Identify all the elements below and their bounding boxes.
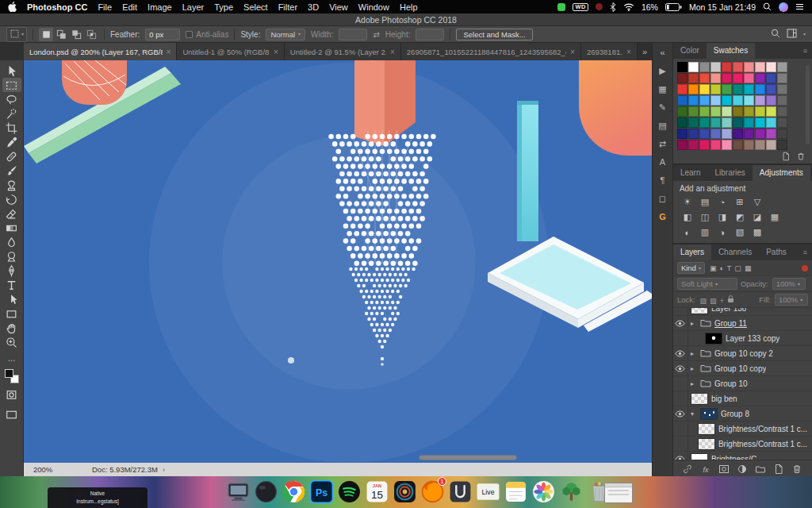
color-swatch[interactable] <box>777 95 787 106</box>
color-swatch[interactable] <box>755 117 765 128</box>
color-swatch[interactable] <box>722 117 732 128</box>
lock-pixels-icon[interactable]: ▧ <box>708 297 718 305</box>
collapse-panels-icon[interactable]: « <box>660 48 665 57</box>
color-swatch[interactable] <box>733 95 743 106</box>
exposure-adjustment-icon[interactable]: ⊞ <box>732 195 748 209</box>
spotlight-icon[interactable] <box>763 2 772 11</box>
color-swatch[interactable] <box>699 62 710 72</box>
color-swatch[interactable] <box>755 106 765 117</box>
menu-window[interactable]: Window <box>358 2 389 12</box>
color-swatch[interactable] <box>766 140 776 150</box>
eye-toggle-empty[interactable] <box>673 376 688 391</box>
chevron-right-icon[interactable]: ▸ <box>691 350 697 357</box>
black-white-adjustment-icon[interactable]: ◨ <box>714 210 730 224</box>
history-panel-icon[interactable]: ⇄ <box>659 140 666 148</box>
width-input[interactable] <box>339 29 367 40</box>
eye-toggle-empty[interactable] <box>673 421 688 437</box>
filter-type-layers-icon[interactable]: T <box>726 264 733 272</box>
color-swatch[interactable] <box>722 62 732 72</box>
layer-thumbnail[interactable] <box>705 333 722 344</box>
swap-dimensions-icon[interactable]: ⇄ <box>373 30 379 39</box>
menu-filter[interactable]: Filter <box>278 2 297 12</box>
color-swatch[interactable] <box>699 129 710 139</box>
foreground-background-swatches[interactable] <box>5 369 19 383</box>
menu-image[interactable]: Image <box>147 2 172 12</box>
layer-row[interactable]: big ben <box>673 391 812 406</box>
paragraph-panel-icon[interactable]: ¶ <box>660 176 665 185</box>
panel-menu-icon[interactable]: ≡ <box>799 244 812 260</box>
selection-mode-subtract[interactable] <box>69 28 83 41</box>
chevron-right-icon[interactable]: ▸ <box>691 380 697 387</box>
lock-position-icon[interactable]: + <box>718 297 726 305</box>
libraries-panel-icon[interactable]: ◻ <box>659 194 666 203</box>
chevron-right-icon[interactable]: ▸ <box>691 365 697 372</box>
green-status-icon[interactable] <box>557 3 565 11</box>
color-swatch[interactable] <box>722 140 732 150</box>
color-swatch[interactable] <box>733 62 743 72</box>
layer-thumbnail[interactable] <box>698 438 715 450</box>
color-swatch[interactable] <box>699 95 710 106</box>
layer-row[interactable]: Layer 133 copy <box>673 331 812 346</box>
notification-center-icon[interactable] <box>795 3 804 10</box>
swatches-scrollbar[interactable] <box>806 65 810 144</box>
eye-toggle-empty[interactable] <box>673 391 688 406</box>
properties-panel-icon[interactable]: ▤ <box>658 121 666 130</box>
curves-adjustment-icon[interactable]: ◔ <box>714 195 730 209</box>
layer-style-icon[interactable]: fx <box>700 464 711 476</box>
color-swatch[interactable] <box>677 73 688 83</box>
siri-icon[interactable] <box>779 2 788 12</box>
color-swatch[interactable] <box>733 117 743 128</box>
tab-layers[interactable]: Layers <box>673 244 711 260</box>
selection-mode-new[interactable] <box>39 28 53 41</box>
menu-view[interactable]: View <box>329 2 348 12</box>
zoom-level-field[interactable]: 200% <box>33 465 60 474</box>
layer-thumbnail[interactable] <box>698 423 715 435</box>
document-tab[interactable]: Untitled-1 @ 50% (RGB/8*...× <box>177 43 284 60</box>
chevron-down-icon[interactable]: ▾ <box>803 32 806 37</box>
color-swatch[interactable] <box>677 117 688 128</box>
opacity-field[interactable]: 100% ▾ <box>772 278 806 290</box>
color-balance-adjustment-icon[interactable]: ◫ <box>697 210 713 224</box>
marquee-tool[interactable] <box>2 78 21 92</box>
color-swatch[interactable] <box>699 117 710 128</box>
color-swatch[interactable] <box>688 140 699 150</box>
channel-mixer-adjustment-icon[interactable]: ◪ <box>749 210 765 224</box>
color-swatch[interactable] <box>677 106 688 117</box>
color-swatch[interactable] <box>688 117 699 128</box>
history-brush-tool[interactable] <box>2 192 21 206</box>
color-swatch[interactable] <box>710 84 721 94</box>
type-tool[interactable] <box>2 278 21 292</box>
status-chevron-icon[interactable]: › <box>163 466 165 474</box>
tab-adjustments[interactable]: Adjustments <box>753 165 810 181</box>
color-swatch[interactable] <box>688 95 699 106</box>
rectangle-tool[interactable] <box>2 306 21 321</box>
filter-toggle-icon[interactable] <box>802 265 808 271</box>
menu-help[interactable]: Help <box>400 2 418 12</box>
eye-icon[interactable] <box>673 452 688 460</box>
fill-field[interactable]: 100% ▾ <box>775 294 808 306</box>
wifi-icon[interactable] <box>623 3 634 11</box>
posterize-adjustment-icon[interactable]: ▥ <box>697 225 713 239</box>
layer-row[interactable]: Brightness/Contrast 1 c... <box>673 437 812 452</box>
tab-channels[interactable]: Channels <box>711 244 759 260</box>
tab-libraries[interactable]: Libraries <box>707 165 752 181</box>
color-swatch[interactable] <box>733 129 743 139</box>
color-swatch[interactable] <box>677 95 688 106</box>
tab-close-icon[interactable]: × <box>626 48 631 56</box>
tab-learn[interactable]: Learn <box>673 165 708 181</box>
app-title-bar[interactable]: Adobe Photoshop CC 2018 <box>0 13 812 26</box>
color-swatch[interactable] <box>766 84 776 94</box>
eraser-tool[interactable] <box>2 206 21 221</box>
eye-toggle-empty[interactable] <box>673 308 688 316</box>
threshold-adjustment-icon[interactable]: ◑ <box>714 225 730 239</box>
tab-close-icon[interactable]: × <box>390 48 395 56</box>
color-swatch[interactable] <box>688 106 699 117</box>
native-instruments-window-tile[interactable]: Native Instrum...egstatus] <box>48 487 147 508</box>
horizontal-scrollbar[interactable] <box>419 455 517 460</box>
bluetooth-icon[interactable] <box>610 2 616 12</box>
invert-adjustment-icon[interactable]: ◐ <box>680 225 695 239</box>
color-swatch[interactable] <box>744 62 754 72</box>
color-swatch[interactable] <box>722 106 732 117</box>
photo-filter-adjustment-icon[interactable]: ◩ <box>732 210 748 224</box>
layer-row[interactable]: ▸Group 10 copy 2 <box>673 346 812 361</box>
